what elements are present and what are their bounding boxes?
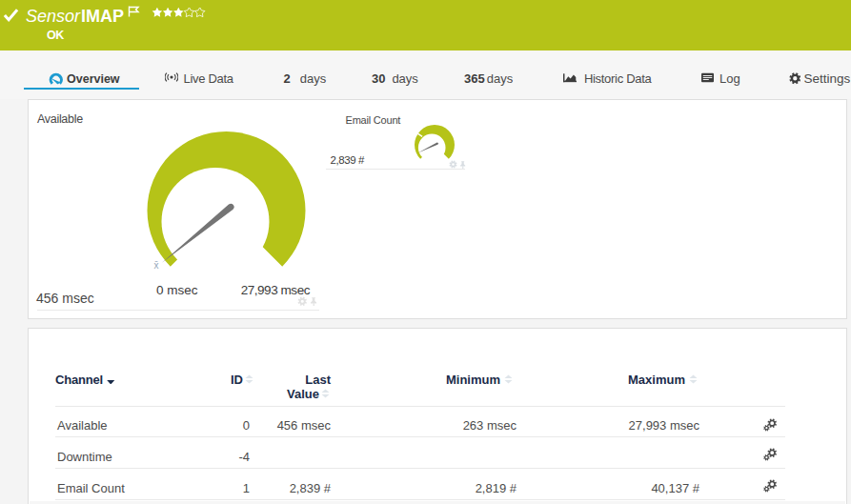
svg-text:x̄: x̄: [154, 260, 159, 271]
